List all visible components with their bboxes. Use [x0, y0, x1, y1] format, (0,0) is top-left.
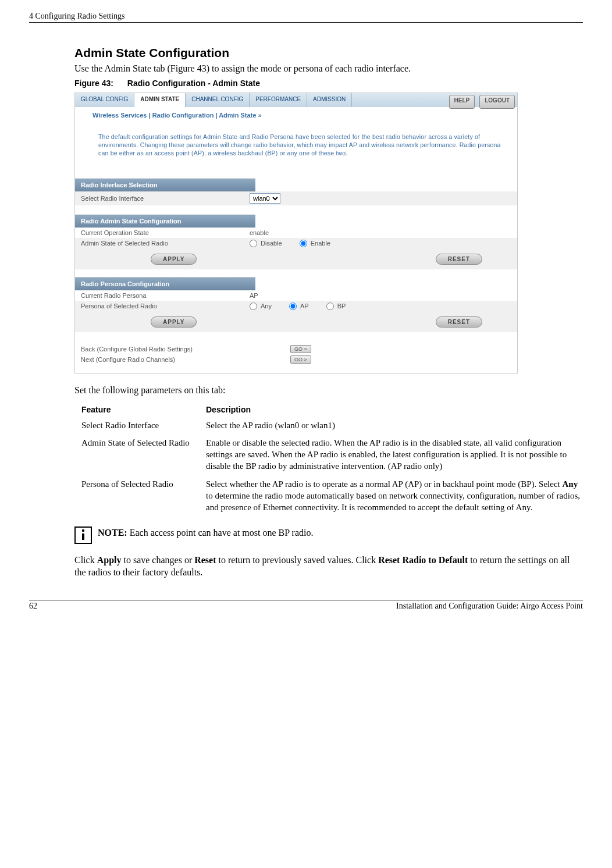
- apply-button-2[interactable]: APPLY: [151, 316, 197, 328]
- desc-cell: Select whether the AP radio is to operat…: [206, 475, 583, 517]
- help-button[interactable]: HELP: [449, 95, 475, 109]
- feature-cell: Admin State of Selected Radio: [81, 434, 206, 475]
- figure-caption: Figure 43: Radio Configuration - Admin S…: [74, 79, 583, 88]
- radio-enable[interactable]: Enable: [300, 240, 330, 247]
- figure-number: Figure 43:: [74, 79, 113, 88]
- row-current-operation-state: Current Operation State enable: [75, 227, 517, 238]
- value-current-operation-state: enable: [250, 229, 511, 236]
- feature-cell: Select Radio Interface: [81, 417, 206, 434]
- select-radio-interface[interactable]: wlan0: [250, 193, 280, 204]
- figure-title: Radio Configuration - Admin State: [127, 79, 260, 88]
- apply-button-1[interactable]: APPLY: [151, 254, 197, 265]
- radio-disable[interactable]: Disable: [250, 240, 282, 247]
- section-intro: Use the Admin State tab (Figure 43) to a…: [74, 63, 583, 74]
- value-current-persona: AP: [250, 292, 511, 299]
- tab-admin-state[interactable]: ADMIN STATE: [134, 93, 186, 107]
- note-block: NOTE: Each access point can have at most…: [74, 527, 583, 544]
- table-row: Persona of Selected Radio Select whether…: [81, 475, 583, 517]
- row-persona-selected: Persona of Selected Radio Any AP BP: [75, 301, 517, 312]
- radio-persona-any[interactable]: Any: [250, 303, 272, 310]
- breadcrumb: Wireless Services | Radio Configuration …: [75, 107, 517, 129]
- chapter-title: 4 Configuring Radio Settings: [29, 12, 125, 21]
- label-select-radio-interface: Select Radio Interface: [81, 195, 250, 202]
- nav-back-row: Back (Configure Global Radio Settings) G…: [75, 344, 517, 354]
- reset-button-2[interactable]: RESET: [436, 316, 482, 328]
- desc-cell: Enable or disable the selected radio. Wh…: [206, 434, 583, 475]
- admin-state-buttons: APPLY RESET: [75, 249, 517, 269]
- table-row: Select Radio Interface Select the AP rad…: [81, 417, 583, 434]
- nav-next-label: Next (Configure Radio Channels): [81, 356, 290, 363]
- feature-table: Feature Description Select Radio Interfa…: [81, 403, 583, 517]
- section-admin-state: Radio Admin State Configuration: [75, 215, 255, 227]
- label-persona-selected: Persona of Selected Radio: [81, 303, 250, 310]
- logout-button[interactable]: LOGOUT: [479, 95, 515, 109]
- feature-cell: Persona of Selected Radio: [81, 475, 206, 517]
- section-persona: Radio Persona Configuration: [75, 278, 255, 290]
- tab-admission[interactable]: ADMISSION: [307, 93, 352, 107]
- page-number: 62: [29, 602, 37, 611]
- nav-next-row: Next (Configure Radio Channels) GO »: [75, 354, 517, 365]
- go-back-button[interactable]: GO »: [290, 345, 311, 353]
- th-feature: Feature: [81, 403, 206, 417]
- label-admin-state-selected: Admin State of Selected Radio: [81, 240, 250, 247]
- description-text: The default configuration settings for A…: [92, 129, 507, 161]
- go-next-button[interactable]: GO »: [290, 355, 311, 364]
- tab-performance[interactable]: PERFORMANCE: [250, 93, 307, 107]
- th-description: Description: [206, 403, 583, 417]
- tab-channel-config[interactable]: CHANNEL CONFIG: [186, 93, 250, 107]
- row-current-persona: Current Radio Persona AP: [75, 290, 517, 301]
- note-text: NOTE: Each access point can have at most…: [98, 527, 313, 538]
- header-rule: [29, 22, 583, 23]
- footer-title: Installation and Configuration Guide: Ai…: [396, 602, 583, 611]
- info-icon: [74, 527, 92, 544]
- radio-persona-bp[interactable]: BP: [326, 303, 346, 310]
- reset-button-1[interactable]: RESET: [436, 254, 482, 265]
- admin-state-screenshot: GLOBAL CONFIG ADMIN STATE CHANNEL CONFIG…: [74, 93, 518, 373]
- footer-rule: [29, 600, 583, 600]
- section-radio-interface: Radio Interface Selection: [75, 179, 255, 191]
- label-current-operation-state: Current Operation State: [81, 229, 250, 236]
- tab-global-config[interactable]: GLOBAL CONFIG: [75, 93, 134, 107]
- desc-cell: Select the AP radio (wlan0 or wlan1): [206, 417, 583, 434]
- table-row: Admin State of Selected Radio Enable or …: [81, 434, 583, 475]
- radio-persona-ap[interactable]: AP: [289, 303, 309, 310]
- nav-back-label: Back (Configure Global Radio Settings): [81, 346, 290, 353]
- row-admin-state-selected: Admin State of Selected Radio Disable En…: [75, 238, 517, 249]
- section-heading: Admin State Configuration: [74, 46, 583, 60]
- params-intro: Set the following parameters on this tab…: [74, 385, 583, 396]
- label-current-persona: Current Radio Persona: [81, 292, 250, 299]
- row-select-radio-interface: Select Radio Interface wlan0: [75, 191, 517, 205]
- tab-bar: GLOBAL CONFIG ADMIN STATE CHANNEL CONFIG…: [75, 93, 517, 107]
- persona-buttons: APPLY RESET: [75, 312, 517, 332]
- apply-paragraph: Click Apply to save changes or Reset to …: [74, 554, 583, 579]
